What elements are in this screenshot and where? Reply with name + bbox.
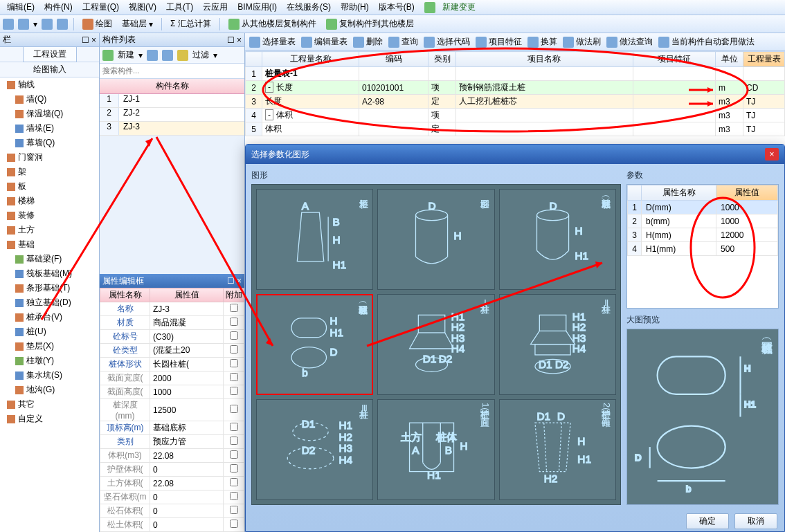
project-settings-button[interactable]: 工程设置 bbox=[23, 46, 77, 62]
property-row[interactable]: 桩深度(mm)12500 bbox=[100, 399, 244, 421]
quantity-row[interactable]: 5体积定m3TJ bbox=[246, 122, 785, 136]
menu-item[interactable]: 版本号(B) bbox=[375, 0, 419, 15]
property-row[interactable]: 护壁体积(0 bbox=[100, 463, 244, 477]
tree-item[interactable]: 装修 bbox=[0, 208, 99, 223]
back-icon[interactable] bbox=[3, 19, 14, 30]
save-icon[interactable] bbox=[18, 19, 29, 30]
layer-select[interactable]: 基础层 ▾ bbox=[119, 17, 156, 30]
cancel-button[interactable]: 取消 bbox=[734, 513, 777, 529]
menu-item[interactable]: 视图(V) bbox=[125, 0, 161, 15]
sigma-button[interactable]: Σ 汇总计算 bbox=[168, 17, 214, 30]
shape-option[interactable]: 圆形桩DH bbox=[377, 189, 494, 290]
tree-item[interactable]: 保温墙(Q) bbox=[0, 107, 99, 121]
tree-item[interactable]: 地沟(G) bbox=[0, 383, 99, 397]
ok-button[interactable]: 确定 bbox=[686, 513, 729, 529]
close-icon[interactable]: × bbox=[765, 148, 779, 160]
component-row[interactable]: 3ZJ-3 bbox=[100, 122, 244, 136]
new-change-button[interactable]: 新建变更 bbox=[420, 0, 484, 16]
tree-item[interactable]: 架 bbox=[0, 165, 99, 179]
extra-checkbox[interactable] bbox=[230, 464, 238, 473]
toolbar-button[interactable]: 编辑量表 bbox=[301, 36, 348, 48]
menu-item[interactable]: 编辑(E) bbox=[3, 0, 39, 15]
extra-checkbox[interactable] bbox=[230, 492, 238, 500]
property-row[interactable]: 土方体积(22.08 bbox=[100, 477, 244, 490]
shape-option[interactable]: 圆桩︵球冠底︶DHH1 bbox=[499, 189, 616, 290]
extra-checkbox[interactable] bbox=[230, 345, 238, 354]
toolbar-button[interactable]: 选择代码 bbox=[424, 36, 470, 48]
component-row[interactable]: 1ZJ-1 bbox=[100, 94, 244, 108]
quantity-row[interactable]: 2-长度010201001项预制钢筋混凝土桩mCD bbox=[246, 81, 785, 95]
shape-option[interactable]: 护壁桩1(直面)土方桩体ABHH1 bbox=[377, 399, 494, 500]
toolbar-button[interactable]: 做法刷 bbox=[563, 36, 601, 48]
tree-item[interactable]: 集水坑(S) bbox=[0, 368, 99, 383]
extra-checkbox[interactable] bbox=[230, 318, 238, 326]
toolbar-button[interactable]: 换算 bbox=[527, 36, 557, 48]
menu-item[interactable]: 帮助(H) bbox=[336, 0, 373, 15]
extra-checkbox[interactable] bbox=[230, 437, 238, 445]
new-button[interactable]: 新建 bbox=[118, 49, 134, 61]
extra-checkbox[interactable] bbox=[230, 506, 238, 514]
extra-checkbox[interactable] bbox=[230, 450, 238, 459]
extra-checkbox[interactable] bbox=[230, 331, 238, 340]
quantity-row[interactable]: 1桩量表-1 bbox=[246, 67, 785, 81]
menu-item[interactable]: 工程量(Q) bbox=[78, 0, 123, 15]
tree-item[interactable]: 墙垛(E) bbox=[0, 121, 99, 136]
property-row[interactable]: 材质商品混凝 bbox=[100, 316, 244, 330]
tree-item[interactable]: 板 bbox=[0, 179, 99, 194]
redo-icon[interactable] bbox=[57, 19, 68, 30]
property-row[interactable]: 坚石体积(m0 bbox=[100, 490, 244, 504]
menu-item[interactable]: 在线服务(S) bbox=[282, 0, 335, 15]
extra-checkbox[interactable] bbox=[230, 304, 238, 312]
copy-icon[interactable] bbox=[162, 50, 173, 61]
tree-item[interactable]: 楼梯 bbox=[0, 194, 99, 208]
tree-item[interactable]: 筏板基础(M) bbox=[0, 266, 99, 281]
tree-item[interactable]: 独立基础(D) bbox=[0, 295, 99, 310]
copy-from-floor[interactable]: 从其他楼层复制构件 bbox=[226, 17, 319, 30]
property-row[interactable]: 松土体积(0 bbox=[100, 518, 244, 532]
menu-item[interactable]: 构件(N) bbox=[40, 0, 77, 15]
tree-item[interactable]: 基础 bbox=[0, 237, 99, 252]
toolbar-button[interactable]: 做法查询 bbox=[606, 36, 653, 48]
property-row[interactable]: 松石体积(0 bbox=[100, 504, 244, 518]
property-row[interactable]: 砼类型(混凝土20 bbox=[100, 344, 244, 358]
property-row[interactable]: 体积(m3)22.08 bbox=[100, 449, 244, 463]
quantity-row[interactable]: 4-体积项m3TJ bbox=[246, 109, 785, 122]
undo-icon[interactable] bbox=[42, 19, 53, 30]
quantity-row[interactable]: 3长度A2-98定人工挖孔桩桩芯m3TJ bbox=[246, 95, 785, 109]
extra-checkbox[interactable] bbox=[230, 359, 238, 367]
property-row[interactable]: 顶标高(m)基础底标 bbox=[100, 421, 244, 435]
draw-button[interactable]: 绘图 bbox=[80, 17, 115, 30]
tree-item[interactable]: 门窗洞 bbox=[0, 150, 99, 165]
tree-item[interactable]: 土方 bbox=[0, 223, 99, 237]
copy-to-floor[interactable]: 复制构件到其他楼层 bbox=[323, 17, 417, 30]
param-row[interactable]: 4H1(mm)500 bbox=[628, 242, 778, 256]
tree-item[interactable]: 条形基础(T) bbox=[0, 281, 99, 295]
toolbar-button[interactable]: 删除 bbox=[353, 36, 383, 48]
toolbar-button[interactable]: 选择量表 bbox=[249, 36, 296, 48]
component-row[interactable]: 2ZJ-2 bbox=[100, 108, 244, 122]
draw-input-button[interactable]: 绘图输入 bbox=[33, 64, 66, 75]
tree-item[interactable]: 基础梁(F) bbox=[0, 252, 99, 266]
extra-checkbox[interactable] bbox=[230, 373, 238, 381]
property-row[interactable]: 截面高度(1000 bbox=[100, 385, 244, 399]
filter-button[interactable]: 过滤 bbox=[192, 49, 209, 61]
shape-option[interactable]: 井桩ⅠH1H2H3H4D1D2 bbox=[377, 294, 494, 395]
param-row[interactable]: 1D(mm)1000 bbox=[628, 201, 778, 214]
tree-item[interactable]: 垫层(X) bbox=[0, 339, 99, 354]
property-row[interactable]: 砼标号(C30) bbox=[100, 330, 244, 344]
del-icon[interactable] bbox=[147, 50, 158, 61]
param-row[interactable]: 2b(mm)1000 bbox=[628, 214, 778, 228]
menu-item[interactable]: 云应用 bbox=[199, 0, 232, 15]
param-row[interactable]: 3H(mm)12000 bbox=[628, 228, 778, 242]
property-row[interactable]: 类别预应力管 bbox=[100, 435, 244, 449]
toolbar-button[interactable]: 查询 bbox=[388, 36, 418, 48]
extra-checkbox[interactable] bbox=[230, 387, 238, 395]
shape-option[interactable]: 矩形桩ABHH1 bbox=[256, 189, 373, 290]
extra-checkbox[interactable] bbox=[230, 520, 238, 528]
property-row[interactable]: 桩体形状长圆柱桩( bbox=[100, 358, 244, 372]
extra-checkbox[interactable] bbox=[230, 405, 238, 413]
tree-item[interactable]: 其它 bbox=[0, 397, 99, 412]
shape-option[interactable]: 长圆柱桩︵球冠底HH1Db bbox=[256, 294, 373, 395]
toolbar-button[interactable]: 当前构件自动套用做法 bbox=[658, 36, 755, 48]
toolbar-button[interactable]: 项目特征 bbox=[476, 36, 522, 48]
